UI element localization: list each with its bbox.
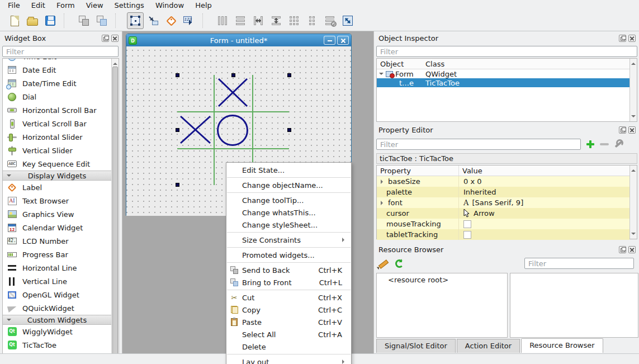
tab-signal-slot-editor[interactable]: Signal/Slot Editor <box>376 339 456 353</box>
scroll-down-icon[interactable] <box>631 233 636 237</box>
widget-box-section-display-widgets[interactable]: Display Widgets <box>3 171 111 181</box>
float-icon[interactable] <box>619 126 626 134</box>
close-icon[interactable] <box>628 35 636 42</box>
menu-item-paste[interactable]: PasteCtrl+V <box>226 316 351 328</box>
property-table-header[interactable]: Property Value <box>377 166 637 176</box>
property-row-tablettracking[interactable]: tabletTracking <box>377 229 629 240</box>
float-icon[interactable] <box>619 35 626 42</box>
widget-item-key-sequence-edit[interactable]: ABCKey Sequence Edit <box>3 157 111 171</box>
configure-icon[interactable] <box>613 139 623 149</box>
scroll-up-icon[interactable] <box>113 60 117 65</box>
menu-item-change-objectname[interactable]: Change objectName... <box>226 179 351 191</box>
remove-property-icon[interactable] <box>600 143 609 145</box>
property-table-scrollbar[interactable] <box>629 166 637 239</box>
minimize-button[interactable] <box>324 36 335 45</box>
menu-item-edit-state[interactable]: Edit State... <box>226 164 351 176</box>
property-row-palette[interactable]: palette Inherited <box>377 187 629 197</box>
close-button[interactable] <box>337 36 349 45</box>
widget-item-dial[interactable]: Dial <box>3 90 111 103</box>
send-to-back-button[interactable] <box>75 12 92 29</box>
expander-down-icon[interactable] <box>379 73 384 77</box>
menu-window[interactable]: Window <box>150 1 190 10</box>
resize-handle[interactable] <box>287 128 291 132</box>
resize-handle[interactable] <box>287 73 291 77</box>
widget-item-datetime-edit[interactable]: Date/Time Edit <box>3 77 111 90</box>
menu-file[interactable]: File <box>2 1 26 10</box>
scroll-down-icon[interactable] <box>631 115 636 120</box>
menu-item-delete[interactable]: Delete <box>226 341 351 353</box>
menu-item-size-constraints[interactable]: Size Constraints <box>226 234 351 246</box>
layout-form-button[interactable] <box>304 12 320 29</box>
float-icon[interactable] <box>619 246 626 253</box>
menu-item-select-all[interactable]: Select AllCtrl+A <box>226 328 351 341</box>
resize-handle[interactable] <box>176 73 179 77</box>
tab-action-editor[interactable]: Action Editor <box>457 339 520 353</box>
widget-item-horizontal-scroll-bar[interactable]: Horizontal Scroll Bar <box>3 103 111 117</box>
edit-tab-order-button[interactable]: 12123 <box>181 12 197 29</box>
adjust-size-button[interactable] <box>339 12 356 29</box>
property-row-font[interactable]: font A[Sans Serif, 9] <box>377 197 629 208</box>
widget-item-qquickwidget[interactable]: QQuickWidget <box>3 301 111 315</box>
edit-buddies-button[interactable] <box>163 12 179 29</box>
widget-box-section-custom-widgets[interactable]: Custom Widgets <box>3 315 111 325</box>
tree-row-tictactoe[interactable]: t…e TicTacToe <box>377 78 637 87</box>
object-inspector-header[interactable]: Object Class <box>377 59 637 69</box>
edit-signals-slots-button[interactable] <box>145 12 162 29</box>
layout-horizontal-splitter-button[interactable] <box>250 12 267 29</box>
widget-item-time-edit[interactable]: Time Edit <box>3 58 111 63</box>
widget-item-lcd-number[interactable]: 42.LCD Number <box>3 234 111 248</box>
menu-item-change-tooltip[interactable]: Change toolTip... <box>226 194 351 206</box>
property-row-mousetracking[interactable]: mouseTracking <box>377 219 629 229</box>
bring-to-front-button[interactable] <box>93 12 110 29</box>
close-icon[interactable] <box>628 126 636 134</box>
resource-root-item[interactable]: <resource root> <box>377 273 507 284</box>
menu-form[interactable]: Form <box>51 1 81 10</box>
widget-item-tictactoe[interactable]: QtTicTacToe <box>3 338 111 352</box>
tab-resource-browser[interactable]: Resource Browser <box>521 338 603 353</box>
scrollbar-thumb[interactable] <box>112 67 118 364</box>
menu-edit[interactable]: Edit <box>26 1 51 10</box>
widget-item-horizontal-slider[interactable]: Horizontal Slider <box>3 130 111 144</box>
menu-item-change-stylesheet[interactable]: Change styleSheet... <box>226 219 351 231</box>
layout-vertically-button[interactable] <box>232 12 249 29</box>
resize-handle[interactable] <box>176 183 179 187</box>
widget-item-vertical-line[interactable]: Vertical Line <box>3 275 111 288</box>
scroll-up-icon[interactable] <box>631 60 636 65</box>
scroll-up-icon[interactable] <box>631 167 636 172</box>
menu-item-cut[interactable]: ✂CutCtrl+X <box>226 291 351 304</box>
float-icon[interactable] <box>102 35 109 42</box>
expander-right-icon[interactable] <box>381 179 386 184</box>
edit-resources-icon[interactable] <box>377 258 389 269</box>
widget-item-date-edit[interactable]: Date Edit <box>3 63 111 77</box>
property-editor-filter-input[interactable] <box>376 139 581 150</box>
widget-box-filter-input[interactable] <box>2 46 119 57</box>
new-file-button[interactable] <box>6 12 23 29</box>
widget-item-text-browser[interactable]: AIText Browser <box>3 194 111 207</box>
tree-row-form[interactable]: Form QWidget <box>377 69 637 78</box>
property-row-basesize[interactable]: baseSize 0 x 0 <box>377 176 629 187</box>
widget-item-vertical-slider[interactable]: Vertical Slider <box>3 144 111 157</box>
layout-horizontally-button[interactable] <box>214 12 231 29</box>
close-icon[interactable] <box>628 246 636 253</box>
widget-item-calendar-widget[interactable]: 12Calendar Widget <box>3 221 111 234</box>
widget-item-graphics-view[interactable]: Graphics View <box>3 207 111 221</box>
layout-grid-button[interactable] <box>286 12 302 29</box>
resize-handle[interactable] <box>176 128 179 132</box>
object-inspector-scrollbar[interactable] <box>629 59 637 121</box>
save-file-button[interactable] <box>42 12 59 29</box>
menu-settings[interactable]: Settings <box>109 1 150 10</box>
widget-box-scrollbar[interactable] <box>111 59 119 364</box>
widget-item-progress-bar[interactable]: Progress Bar <box>3 248 111 261</box>
menu-item-promoted-widgets[interactable]: Promoted widgets... <box>226 249 351 261</box>
checkbox[interactable] <box>463 231 471 239</box>
edit-widgets-button[interactable] <box>127 12 144 29</box>
layout-vertical-splitter-button[interactable] <box>268 12 285 29</box>
menu-item-change-whatsthis[interactable]: Change whatsThis... <box>226 206 351 219</box>
object-inspector-filter-input[interactable] <box>376 46 637 57</box>
menu-help[interactable]: Help <box>190 1 217 10</box>
close-icon[interactable] <box>111 35 119 42</box>
resource-browser-filter-input[interactable] <box>524 258 634 269</box>
widget-item-vertical-scroll-bar[interactable]: Vertical Scroll Bar <box>3 117 111 130</box>
expander-right-icon[interactable] <box>381 201 386 205</box>
widget-item-horizontal-line[interactable]: Horizontal Line <box>3 261 111 275</box>
